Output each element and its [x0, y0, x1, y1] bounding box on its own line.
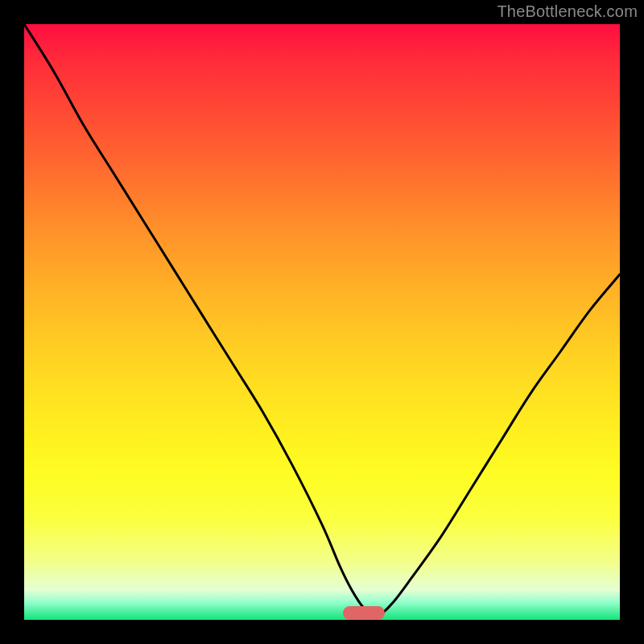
optimum-marker: [343, 606, 385, 620]
watermark-text: TheBottleneck.com: [497, 2, 638, 21]
bottleneck-curve: [24, 24, 620, 620]
plot-area: [24, 24, 620, 620]
chart-frame: TheBottleneck.com: [0, 0, 644, 644]
